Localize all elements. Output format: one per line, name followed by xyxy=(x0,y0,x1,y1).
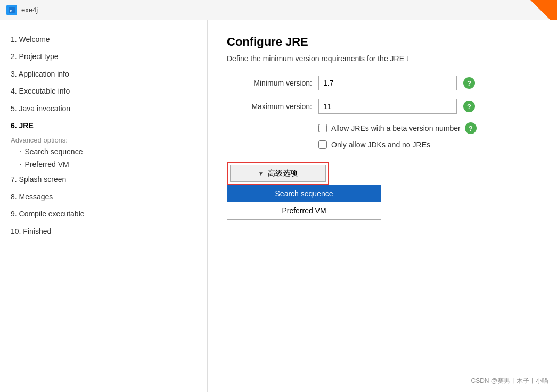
sidebar-item-jre[interactable]: 6. JRE xyxy=(9,117,199,134)
beta-help-icon[interactable]: ? xyxy=(465,122,477,134)
sidebar-item-welcome[interactable]: 1. Welcome xyxy=(9,31,199,48)
beta-checkbox-row: Allow JREs with a beta version number ? xyxy=(318,122,538,134)
min-version-label: Minimum version: xyxy=(227,79,312,87)
dropdown-option-search-sequence[interactable]: Search sequence xyxy=(227,185,381,202)
beta-checkbox-label: Allow JREs with a beta version number xyxy=(331,124,461,132)
sidebar-sub-label-search-sequence: Search sequence xyxy=(24,147,83,156)
max-version-input[interactable] xyxy=(318,99,457,114)
max-version-help-icon[interactable]: ? xyxy=(463,101,475,112)
content-area: Configure JRE Define the minimum version… xyxy=(208,20,557,392)
page-description: Define the minimum version requirements … xyxy=(227,54,538,63)
sidebar-sub-label-preferred-vm: Preferred VM xyxy=(24,160,69,169)
sidebar-item-application-info[interactable]: 3. Application info xyxy=(9,65,199,82)
sidebar: 1. Welcome 2. Project type 3. Applicatio… xyxy=(0,20,208,392)
advanced-dropdown-menu: Search sequence Preferred VM xyxy=(227,185,381,220)
sidebar-item-java-invocation[interactable]: 5. Java invocation xyxy=(9,100,199,117)
main-container: 1. Welcome 2. Project type 3. Applicatio… xyxy=(0,20,557,392)
sidebar-item-finished[interactable]: 10. Finished xyxy=(9,223,199,240)
svg-text:e: e xyxy=(10,8,12,13)
sidebar-item-splash-screen[interactable]: 7. Splash screen xyxy=(9,171,199,188)
sidebar-item-messages[interactable]: 8. Messages xyxy=(9,188,199,205)
advanced-button-label: 高级选项 xyxy=(268,169,298,178)
advanced-options-label: Advanced options: xyxy=(9,134,199,145)
app-title: exe4j xyxy=(21,6,38,14)
max-version-label: Maximum version: xyxy=(227,102,312,111)
bullet-icon-2: · xyxy=(19,160,21,169)
min-version-input[interactable] xyxy=(318,76,457,90)
jdk-only-checkbox-row: Only allow JDKs and no JREs xyxy=(318,140,538,149)
sidebar-item-project-type[interactable]: 2. Project type xyxy=(9,48,199,65)
min-version-help-icon[interactable]: ? xyxy=(463,77,475,89)
sidebar-sub-item-preferred-vm[interactable]: · Preferred VM xyxy=(9,158,199,171)
app-icon: e xyxy=(6,5,17,15)
jdk-only-checkbox-label: Only allow JDKs and no JREs xyxy=(331,140,430,149)
bullet-icon: · xyxy=(19,147,21,156)
sidebar-item-compile-executable[interactable]: 9. Compile executable xyxy=(9,205,199,222)
beta-checkbox[interactable] xyxy=(318,124,327,132)
title-bar: e exe4j xyxy=(0,0,557,20)
min-version-row: Minimum version: ? xyxy=(227,76,538,90)
advanced-highlight-box: ▼ 高级选项 Search sequence Preferred VM xyxy=(227,162,329,185)
advanced-options-button[interactable]: ▼ 高级选项 xyxy=(230,165,326,182)
sidebar-sub-item-search-sequence[interactable]: · Search sequence xyxy=(9,145,199,158)
max-version-row: Maximum version: ? xyxy=(227,99,538,114)
jdk-only-checkbox[interactable] xyxy=(318,140,327,149)
footer-text: CSDN @赛男丨木子丨小喵 xyxy=(471,377,548,386)
dropdown-arrow-icon: ▼ xyxy=(258,171,264,177)
page-title: Configure JRE xyxy=(227,35,538,49)
dropdown-option-preferred-vm[interactable]: Preferred VM xyxy=(227,202,381,219)
advanced-section: ▼ 高级选项 Search sequence Preferred VM xyxy=(227,162,538,185)
sidebar-item-executable-info[interactable]: 4. Executable info xyxy=(9,82,199,99)
